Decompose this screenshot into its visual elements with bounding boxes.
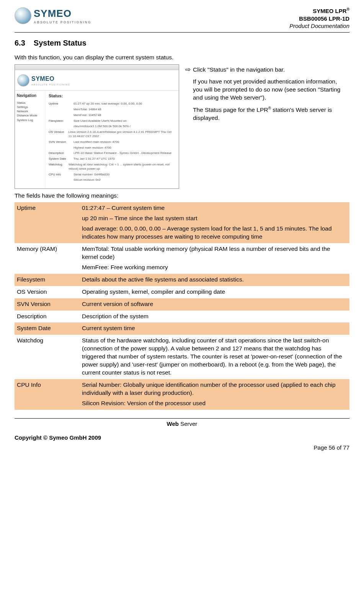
- field-desc-para: Details about the active file systems an…: [82, 276, 346, 284]
- figure-row: SYMEO ABSOLUTE POSITIONING Navigation St…: [15, 64, 349, 189]
- screenshot-logo-name: SYMEO: [31, 75, 70, 83]
- field-name-cell: System Date: [15, 322, 80, 335]
- field-name-cell: Watchdog: [15, 335, 80, 379]
- screenshot-logo-tag: ABSOLUTE POSITIONING: [31, 83, 70, 86]
- screenshot-field-row: WatchdogWatchdog at /dev/.watchdog: Cnt …: [49, 163, 176, 171]
- field-name-cell: OS Version: [15, 286, 80, 298]
- instructions: ⇨ Click "Status" in the navigation bar. …: [183, 64, 349, 129]
- section-title: System Status: [34, 39, 87, 47]
- table-row: DescriptionDescription of the system: [15, 311, 349, 323]
- screenshot-nav-title: Navigation: [17, 93, 43, 98]
- screenshot-nav-item: Network: [17, 109, 43, 113]
- page-number: Page 56 of 77: [15, 444, 349, 452]
- instruction-step-1c: The Status page for the LPR® station's W…: [193, 106, 347, 122]
- field-desc-para: Current version of software: [82, 300, 346, 308]
- screenshot-field-row: /dev/mtdblock3 1.0M 500.0k 500.0k 50% /: [49, 124, 176, 129]
- field-desc-para: up 20 min – Time since the last system s…: [82, 214, 346, 223]
- field-name-cell: CPU Info: [15, 379, 80, 410]
- field-meanings-table: Uptime01:27:47 – Current system timeup 2…: [15, 202, 349, 409]
- screenshot-nav: Navigation StatusSettingsNetworkDistance…: [15, 91, 46, 188]
- screenshot-nav-item: System Log: [17, 118, 43, 122]
- screenshot-field-row: OS VersionLinux version 2.6.18-4-armRele…: [49, 130, 176, 139]
- field-desc-para: Silicon Revision: Version of the process…: [82, 399, 346, 407]
- field-name-cell: Uptime: [15, 202, 80, 243]
- status-screenshot: SYMEO ABSOLUTE POSITIONING Navigation St…: [15, 64, 179, 189]
- table-row: OS VersionOperating system, kernel, comp…: [15, 286, 349, 298]
- field-desc-cell: Description of the system: [80, 311, 349, 323]
- field-desc-cell: Current version of software: [80, 298, 349, 311]
- field-desc-cell: Details about the active file systems an…: [80, 274, 349, 286]
- intro-text: With this function, you can display the …: [15, 54, 349, 62]
- screenshot-field-row: Highest main revision: 4700: [49, 146, 176, 150]
- copyright: Copyright © Symeo GmbH 2009: [15, 434, 349, 442]
- instruction-step-1b: If you have not yet provided authenticat…: [193, 78, 347, 102]
- field-desc-cell: Operating system, kernel, compiler and c…: [80, 286, 349, 298]
- footer-section-title: Web Server: [15, 420, 349, 428]
- product-code: BSB00056 LPR-1D: [289, 15, 349, 23]
- field-desc-para: Current system time: [82, 324, 346, 332]
- field-desc-para: Description of the system: [82, 313, 346, 321]
- field-desc-para: 01:27:47 – Current system time: [82, 204, 346, 212]
- field-desc-para: MemTotal: Total usable working memory (p…: [82, 245, 346, 261]
- field-name-cell: Description: [15, 311, 80, 323]
- screenshot-field-row: FilesystemSize Used Available Use% Mount…: [49, 119, 176, 123]
- screenshot-field-row: DescriptionLPR-1D Basic Station Firmware…: [49, 151, 176, 155]
- section-heading: 6.3System Status: [15, 38, 349, 48]
- field-desc-para: Status of the hardware watchdog, includi…: [82, 337, 346, 377]
- field-desc-cell: Serial Number: Globally unique identific…: [80, 379, 349, 410]
- arrow-icon: ⇨: [183, 66, 193, 126]
- field-desc-para: Operating system, kernel, compiler and c…: [82, 288, 346, 296]
- globe-icon: [15, 7, 31, 24]
- footer-separator: [15, 418, 349, 419]
- field-name-cell: Memory (RAM): [15, 243, 80, 274]
- logo-name: SYMEO: [34, 7, 91, 20]
- screenshot-field-row: Silicon revision: 0x2: [49, 178, 176, 182]
- table-row: Memory (RAM)MemTotal: Total usable worki…: [15, 243, 349, 274]
- field-name-cell: Filesystem: [15, 274, 80, 286]
- table-row: FilesystemDetails about the active file …: [15, 274, 349, 286]
- section-number: 6.3: [15, 38, 25, 48]
- screenshot-nav-item: Status: [17, 101, 43, 105]
- screenshot-globe-icon: [17, 74, 29, 87]
- screenshot-field-row: Uptime01:27:47 up 20 min, load average: …: [49, 102, 176, 106]
- screenshot-field-row: System DateThu Jan 1 01:27:47 UTC 1970: [49, 157, 176, 161]
- page-header: SYMEO ABSOLUTE POSITIONING SYMEO LPR® BS…: [15, 7, 349, 33]
- table-row: CPU InfoSerial Number: Globally unique i…: [15, 379, 349, 410]
- table-row: System DateCurrent system time: [15, 322, 349, 335]
- field-desc-cell: MemTotal: Total usable working memory (p…: [80, 243, 349, 274]
- logo: SYMEO ABSOLUTE POSITIONING: [15, 7, 91, 25]
- product-name: SYMEO LPR: [313, 8, 346, 14]
- screenshot-nav-item: Distance Mode: [17, 113, 43, 118]
- screenshot-content-title: Status:: [49, 93, 176, 99]
- browser-chrome-icon: [15, 65, 179, 70]
- field-desc-cell: 01:27:47 – Current system timeup 20 min …: [80, 202, 349, 243]
- registered-mark: ®: [347, 7, 349, 11]
- screenshot-field-row: MemFree: 10452 kB: [49, 113, 176, 118]
- logo-tagline: ABSOLUTE POSITIONING: [34, 20, 91, 25]
- screenshot-field-row: MemTotal: 14884 kB: [49, 108, 176, 112]
- product-doc-label: Product Documentation: [289, 22, 349, 30]
- table-row: WatchdogStatus of the hardware watchdog,…: [15, 335, 349, 379]
- field-desc-para: load average: 0.00, 0.00, 0.00 – Average…: [82, 225, 346, 241]
- screenshot-content: Status: Uptime01:27:47 up 20 min, load a…: [46, 91, 179, 188]
- fields-intro: The fields have the following meanings:: [15, 192, 349, 200]
- instruction-step-1: Click "Status" in the navigation bar.: [193, 66, 347, 74]
- field-desc-cell: Current system time: [80, 322, 349, 335]
- field-name-cell: SVN Version: [15, 298, 80, 311]
- screenshot-field-row: SVN VersionLast modified main revision: …: [49, 140, 176, 144]
- table-row: SVN VersionCurrent version of software: [15, 298, 349, 311]
- table-row: Uptime01:27:47 – Current system timeup 2…: [15, 202, 349, 243]
- screenshot-nav-item: Settings: [17, 105, 43, 109]
- field-desc-para: Serial Number: Globally unique identific…: [82, 381, 346, 397]
- screenshot-field-row: CPU InfoSerial number: 0xf4f8e830: [49, 173, 176, 177]
- header-product-info: SYMEO LPR® BSB00056 LPR-1D Product Docum…: [289, 7, 349, 30]
- field-desc-cell: Status of the hardware watchdog, includi…: [80, 335, 349, 379]
- field-desc-para: MemFree: Free working memory: [82, 263, 346, 272]
